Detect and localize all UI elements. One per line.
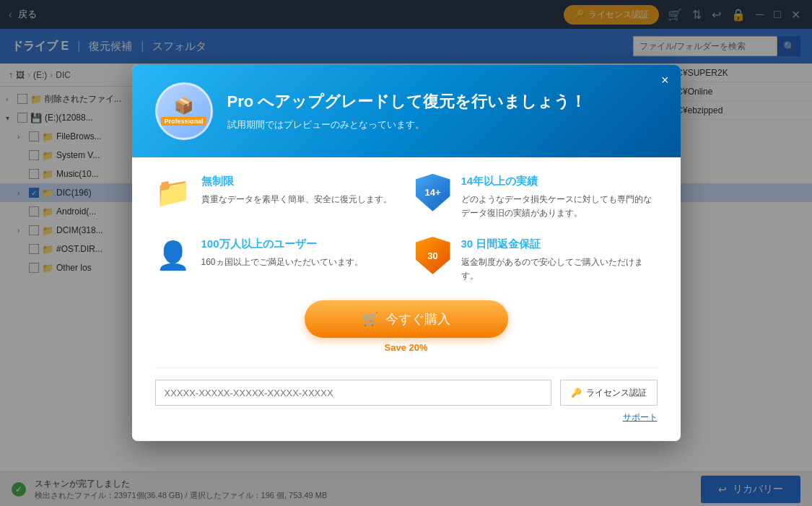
license-activate-label: ライセンス認証 [586,387,647,399]
modal-close-button[interactable]: × [661,74,669,87]
save-label: Save 20% [385,342,428,353]
buy-button[interactable]: 🛒 今すぐ購入 [305,300,508,338]
feature-title: 30 日間返金保証 [461,237,658,251]
buy-section: 🛒 今すぐ購入 Save 20% [155,300,658,353]
feature-icon-unlimited: 📁 [155,175,191,211]
feature-users: 👤 100万人以上のユーザー 160ヵ国以上でご満足いただいています。 [155,237,398,283]
feature-guarantee: 30 30 日間返金保証 返金制度があるので安心してご購入いただけます。 [415,237,658,283]
cart-icon: 🛒 [362,311,378,327]
pro-badge-circle: 📦 Professional [155,82,213,140]
folder-clock-icon: 📁 [155,175,191,209]
shield-number-30: 30 [427,250,437,261]
feature-text-14years: 14年以上の実績 どのようなデータ損失ケースに対しても専門的なデータ復旧の実績が… [461,175,658,220]
feature-14years: 14+ 14年以上の実績 どのようなデータ損失ケースに対しても専門的なデータ復旧… [415,175,658,220]
feature-text-users: 100万人以上のユーザー 160ヵ国以上でご満足いただいています。 [201,237,363,269]
feature-desc: どのようなデータ損失ケースに対しても専門的なデータ復旧の実績があります。 [461,193,658,220]
feature-desc: 返金制度があるので安心してご購入いただけます。 [461,256,658,283]
key-icon: 🔑 [571,388,582,398]
modal-header: × 📦 Professional Pro へアップグレードして復元を行いましょう… [132,65,681,157]
feature-icon-14years: 14+ [415,175,451,211]
box-icon: 📦 [174,97,193,115]
license-input[interactable] [155,380,551,406]
user-icon: 👤 [156,240,190,271]
shield-number-14: 14+ [424,187,440,198]
upgrade-modal: × 📦 Professional Pro へアップグレードして復元を行いましょう… [132,65,681,442]
feature-title: 14年以上の実績 [461,175,658,188]
shield30-icon: 30 [416,237,450,274]
modal-title: Pro へアップグレードして復元を行いましょう！ [227,91,587,113]
shield14-icon: 14+ [416,174,450,211]
modal-body: 📁 無制限 貴重なデータを素早く簡単、安全に復元します。 14+ [132,157,681,442]
feature-desc: 160ヵ国以上でご満足いただいています。 [201,256,363,269]
license-activate-button[interactable]: 🔑 ライセンス認証 [560,380,658,406]
features-grid: 📁 無制限 貴重なデータを素早く簡単、安全に復元します。 14+ [155,175,658,284]
pro-label: Professional [161,117,206,126]
feature-desc: 貴重なデータを素早く簡単、安全に復元します。 [201,193,392,206]
modal-header-text: Pro へアップグレードして復元を行いましょう！ 試用期間ではプレビューのみとな… [227,91,587,131]
feature-icon-guarantee: 30 [415,237,451,274]
modal-overlay: × 📦 Professional Pro へアップグレードして復元を行いましょう… [0,0,812,506]
support-link[interactable]: サポート [155,411,658,424]
feature-title: 無制限 [201,175,392,188]
feature-text-guarantee: 30 日間返金保証 返金制度があるので安心してご購入いただけます。 [461,237,658,283]
feature-unlimited: 📁 無制限 貴重なデータを素早く簡単、安全に復元します。 [155,175,398,220]
license-section: 🔑 ライセンス認証 [155,367,658,406]
feature-text-unlimited: 無制限 貴重なデータを素早く簡単、安全に復元します。 [201,175,392,206]
feature-icon-users: 👤 [155,237,191,274]
pro-badge: 📦 Professional [155,82,213,140]
feature-title: 100万人以上のユーザー [201,237,363,251]
buy-btn-label: 今すぐ購入 [385,310,450,328]
modal-subtitle: 試用期間ではプレビューのみとなっています。 [227,118,587,131]
